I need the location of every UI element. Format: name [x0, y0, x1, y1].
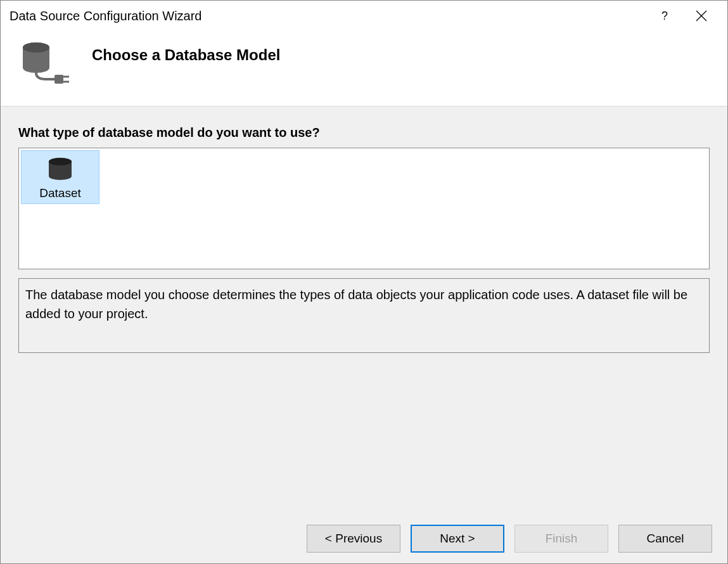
svg-point-5: [23, 42, 49, 53]
description-text: The database model you choose determines…: [25, 285, 703, 323]
help-button[interactable]: ?: [661, 10, 668, 23]
next-button[interactable]: Next >: [411, 525, 504, 553]
close-button[interactable]: [693, 8, 710, 24]
wizard-footer: < Previous Next > Finish Cancel: [1, 513, 727, 564]
content-area: What type of database model do you want …: [1, 106, 727, 513]
svg-point-11: [49, 172, 72, 180]
svg-rect-6: [54, 75, 63, 84]
model-list[interactable]: Dataset: [18, 148, 710, 269]
window-title: Data Source Configuration Wizard: [10, 9, 201, 23]
model-item-label: Dataset: [39, 186, 80, 200]
database-plug-icon: [20, 40, 70, 88]
model-type-prompt: What type of database model do you want …: [18, 125, 710, 140]
close-icon: [696, 10, 707, 22]
wizard-step-title: Choose a Database Model: [92, 46, 280, 64]
previous-button[interactable]: < Previous: [307, 525, 400, 553]
description-box: The database model you choose determines…: [18, 278, 710, 353]
svg-point-12: [49, 158, 72, 165]
database-icon: [47, 157, 73, 184]
svg-point-4: [23, 63, 49, 73]
wizard-header: Choose a Database Model: [1, 31, 727, 106]
titlebar: Data Source Configuration Wizard ?: [1, 1, 727, 31]
titlebar-controls: ?: [661, 8, 721, 24]
cancel-button[interactable]: Cancel: [618, 525, 712, 553]
model-item-dataset[interactable]: Dataset: [21, 150, 99, 204]
finish-button: Finish: [514, 525, 608, 553]
